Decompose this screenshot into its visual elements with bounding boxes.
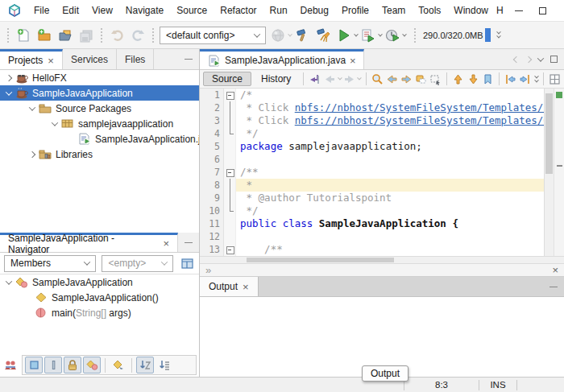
minimize-panel-button[interactable] <box>543 277 564 296</box>
tree-item-libraries[interactable]: Libraries <box>0 146 199 162</box>
forward-button[interactable] <box>343 72 355 86</box>
breadcrumb-expand-icon[interactable]: » <box>205 264 209 276</box>
deploy-button[interactable] <box>267 25 288 46</box>
config-select[interactable]: <default config> <box>160 27 266 44</box>
window-maximize-button[interactable] <box>531 1 555 20</box>
menu-edit[interactable]: Edit <box>56 5 85 16</box>
fold-marker-icon[interactable] <box>224 243 235 256</box>
close-icon[interactable]: × <box>163 238 169 249</box>
menu-team[interactable]: Team <box>375 5 412 16</box>
horizontal-scrollbar[interactable] <box>200 256 564 263</box>
tree-item-package[interactable]: samplejavaapplication <box>0 116 199 131</box>
menu-navigate[interactable]: Navigate <box>119 5 170 16</box>
fold-marker-icon[interactable] <box>224 166 235 179</box>
tab-editor-samplejavaapplication[interactable]: SampleJavaApplication.java × <box>200 49 364 69</box>
redo-button[interactable] <box>127 25 148 46</box>
build-project-button[interactable] <box>292 25 313 46</box>
save-all-button[interactable] <box>76 25 97 46</box>
nav-item-main-method[interactable]: main(String[] args) <box>0 305 199 320</box>
navigator-view-button[interactable] <box>177 255 197 272</box>
toggle-highlight-button[interactable] <box>415 72 427 86</box>
find-button[interactable] <box>371 72 384 86</box>
split-document-button[interactable] <box>549 72 561 86</box>
scroll-tabs-left-icon[interactable] <box>513 56 520 62</box>
tree-item-java-file[interactable]: SampleJavaApplication.java <box>0 131 199 146</box>
minimize-panel-button[interactable] <box>178 49 199 69</box>
code-area[interactable]: /* * Click nbfs://nbhost/SystemFileSyste… <box>236 89 544 256</box>
menu-window[interactable]: Window <box>447 5 495 16</box>
run-project-button[interactable] <box>334 25 355 46</box>
sort-alphabetically-button[interactable] <box>156 357 173 373</box>
fully-qualified-names-button[interactable] <box>110 357 127 373</box>
tree-item-hellofx[interactable]: HelloFX <box>0 70 199 85</box>
chevron-down-icon[interactable] <box>27 106 38 111</box>
menu-debug[interactable]: Debug <box>294 5 335 16</box>
find-next-button[interactable] <box>400 72 413 86</box>
nav-item-constructor[interactable]: SampleJavaApplication() <box>0 290 199 305</box>
show-inner-classes-button[interactable] <box>83 357 101 373</box>
chevron-down-icon[interactable] <box>49 122 60 126</box>
clean-build-button[interactable] <box>313 25 334 46</box>
chevron-right-icon[interactable] <box>27 152 38 157</box>
stripe-mark[interactable] <box>557 165 562 167</box>
menu-view[interactable]: View <box>85 5 119 16</box>
show-inherited-members-button[interactable] <box>2 357 19 373</box>
chevron-down-icon[interactable] <box>357 76 361 80</box>
window-close-button[interactable]: × <box>555 1 564 20</box>
toggle-bookmark-button[interactable] <box>482 72 494 86</box>
scroll-tabs-right-icon[interactable] <box>525 56 532 62</box>
source-view-button[interactable]: Source <box>203 72 251 86</box>
show-non-public-button[interactable] <box>64 357 81 373</box>
show-static-members-button[interactable] <box>44 357 62 373</box>
open-project-button[interactable] <box>55 25 76 46</box>
menu-file[interactable]: File <box>27 5 56 16</box>
tab-navigator[interactable]: SampleJavaApplication - Navigator × <box>0 233 178 252</box>
insert-mode-indicator[interactable]: INS <box>479 380 516 390</box>
debug-project-button[interactable] <box>358 25 379 46</box>
shift-right-button[interactable] <box>519 72 531 86</box>
vertical-scrollbar[interactable] <box>544 89 554 256</box>
back-button[interactable] <box>323 72 335 86</box>
tab-services[interactable]: Services <box>63 49 117 69</box>
new-file-button[interactable] <box>13 25 34 46</box>
tab-projects[interactable]: Projects × <box>0 49 63 69</box>
toolbar-grip[interactable] <box>101 28 102 43</box>
last-edit-location-button[interactable] <box>309 72 321 86</box>
code-editor[interactable]: 12 34 56 78 910 1112 13 /* * Click nbfs:… <box>200 89 564 256</box>
undo-button[interactable] <box>106 25 127 46</box>
new-project-button[interactable] <box>34 25 55 46</box>
close-icon[interactable]: × <box>243 282 249 292</box>
tree-item-samplejavaapplication-project[interactable]: SampleJavaApplication <box>0 85 199 101</box>
template-link[interactable]: nbfs://nbhost/SystemFileSystem/Templates… <box>295 101 544 113</box>
scrollbar-thumb[interactable] <box>247 258 394 262</box>
close-icon[interactable]: × <box>552 265 558 275</box>
tab-output[interactable]: Output × <box>200 277 259 296</box>
previous-bookmark-button[interactable] <box>452 72 464 86</box>
filter-select[interactable]: <empty> <box>102 255 173 272</box>
nav-item-class[interactable]: SampleJavaApplication <box>0 274 199 290</box>
window-minimize-button[interactable] <box>507 1 531 20</box>
menu-source[interactable]: Source <box>170 5 214 16</box>
show-fields-button[interactable] <box>25 357 43 373</box>
menu-run[interactable]: Run <box>263 5 294 16</box>
profile-project-button[interactable] <box>382 25 403 46</box>
chevron-right-icon[interactable] <box>3 76 15 80</box>
toolbar-grip[interactable] <box>7 28 9 43</box>
history-view-button[interactable]: History <box>254 72 298 85</box>
next-bookmark-button[interactable] <box>467 72 479 86</box>
menu-profile[interactable]: Profile <box>335 5 375 16</box>
rectangular-selection-button[interactable] <box>429 72 442 86</box>
members-select[interactable]: Members <box>4 255 96 272</box>
menu-help-clipped[interactable]: H <box>495 5 505 16</box>
memory-indicator[interactable]: 290.0/320.0MB <box>423 28 491 42</box>
maximize-editor-icon[interactable] <box>550 56 558 63</box>
chevron-down-icon[interactable] <box>338 76 342 80</box>
menu-tools[interactable]: Tools <box>412 5 447 16</box>
toolbar-grip[interactable] <box>414 28 416 43</box>
fold-marker-icon[interactable] <box>224 89 235 101</box>
toolbar-grip[interactable] <box>152 28 154 43</box>
menu-refactor[interactable]: Refactor <box>214 5 263 16</box>
error-stripe[interactable] <box>554 89 564 256</box>
tree-item-source-packages[interactable]: Source Packages <box>0 101 199 116</box>
chevron-down-icon[interactable] <box>402 31 407 36</box>
